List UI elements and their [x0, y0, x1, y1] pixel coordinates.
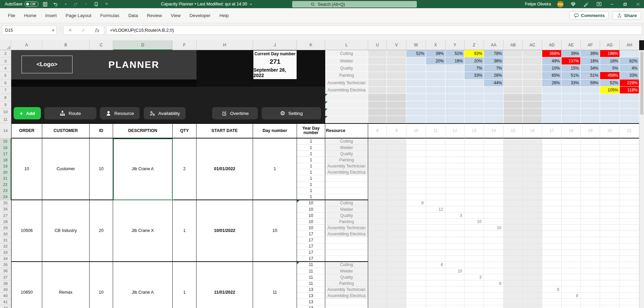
row-header-9[interactable]: 9: [0, 101, 11, 108]
undo-dropdown-icon[interactable]: [62, 1, 69, 8]
resource-cell[interactable]: Cutting: [325, 200, 368, 206]
load-cell[interactable]: [368, 231, 387, 237]
load-cell[interactable]: [523, 268, 542, 274]
load-cell[interactable]: [600, 138, 620, 145]
capacity-cell[interactable]: 7%: [465, 65, 484, 72]
row-header-10[interactable]: 10: [0, 108, 11, 116]
load-cell[interactable]: [484, 244, 504, 250]
load-cell[interactable]: [484, 299, 504, 305]
capacity-cell[interactable]: [620, 101, 639, 108]
tab-formulas[interactable]: Formulas: [96, 11, 123, 20]
capacity-cell[interactable]: 7%: [484, 65, 504, 72]
row-header-15[interactable]: 15: [0, 138, 11, 145]
avatar[interactable]: FO: [557, 1, 564, 8]
load-cell[interactable]: [523, 256, 542, 262]
load-cell[interactable]: [504, 175, 523, 181]
column-header-V[interactable]: V: [387, 40, 406, 50]
load-cell[interactable]: [581, 151, 600, 157]
resource-cell-flagged[interactable]: [325, 101, 368, 108]
year-day-cell[interactable]: 1: [297, 175, 325, 181]
load-cell[interactable]: [542, 250, 562, 256]
tab-file[interactable]: File: [4, 11, 19, 20]
column-header-C[interactable]: C: [90, 40, 113, 50]
capacity-cell[interactable]: 51%: [581, 72, 600, 79]
row-header-11[interactable]: 11: [0, 116, 11, 123]
load-cell[interactable]: [523, 157, 542, 163]
capacity-cell[interactable]: [542, 94, 562, 101]
column-header-H[interactable]: H: [197, 40, 253, 50]
load-cell[interactable]: [523, 305, 542, 308]
load-cell[interactable]: [368, 206, 387, 212]
year-day-cell[interactable]: 17: [297, 244, 325, 250]
row-header-5[interactable]: 5: [0, 72, 11, 79]
load-cell[interactable]: [445, 305, 465, 308]
load-cell[interactable]: [600, 145, 620, 151]
load-cell[interactable]: [406, 231, 426, 237]
load-cell[interactable]: [368, 244, 387, 250]
row-header-14[interactable]: 14: [0, 123, 11, 138]
tab-view[interactable]: View: [167, 11, 184, 20]
resource-cell[interactable]: [325, 237, 368, 243]
load-cell[interactable]: [542, 145, 562, 151]
user-name[interactable]: Felipe Oliveira: [525, 2, 551, 6]
load-cell[interactable]: [523, 188, 542, 194]
capacity-cell[interactable]: [542, 116, 562, 123]
row-header-36[interactable]: 36: [0, 268, 11, 274]
load-cell[interactable]: [581, 268, 600, 274]
row-header-35[interactable]: 35: [0, 262, 11, 268]
load-cell[interactable]: [523, 225, 542, 231]
load-cell[interactable]: [368, 305, 387, 308]
load-cell[interactable]: [406, 182, 426, 188]
capacity-cell[interactable]: 105%: [600, 87, 620, 94]
load-cell[interactable]: [504, 244, 523, 250]
name-box[interactable]: D15 ▾: [2, 26, 57, 35]
resource-cell-flagged[interactable]: [325, 116, 368, 123]
load-cell[interactable]: [562, 244, 581, 250]
year-day-cell[interactable]: 11: [297, 268, 325, 274]
load-cell[interactable]: [484, 274, 504, 280]
load-cell[interactable]: [562, 206, 581, 212]
load-cell[interactable]: [406, 151, 426, 157]
load-cell[interactable]: [523, 182, 542, 188]
load-cell[interactable]: [387, 182, 406, 188]
row-header-6[interactable]: 6: [0, 79, 11, 87]
load-cell[interactable]: [562, 151, 581, 157]
capacity-cell[interactable]: [600, 108, 620, 116]
load-cell[interactable]: [523, 206, 542, 212]
load-cell[interactable]: [581, 299, 600, 305]
capacity-cell[interactable]: 229%: [620, 79, 639, 87]
column-header-AH[interactable]: AH: [620, 40, 639, 50]
row-header-41[interactable]: 41: [0, 299, 11, 305]
load-cell[interactable]: 8: [542, 287, 562, 293]
capacity-cell[interactable]: [504, 79, 523, 87]
capacity-cell[interactable]: 20%: [426, 57, 445, 64]
resource-cell[interactable]: Cutting: [325, 262, 368, 268]
load-cell[interactable]: [406, 169, 426, 175]
load-cell[interactable]: [542, 219, 562, 225]
capacity-cell[interactable]: [600, 94, 620, 101]
row-header-3[interactable]: 3: [0, 57, 11, 64]
load-cell[interactable]: [426, 138, 445, 145]
load-cell[interactable]: [445, 299, 465, 305]
load-cell[interactable]: [387, 194, 406, 200]
capacity-cell[interactable]: [445, 94, 465, 101]
capacity-cell[interactable]: [581, 101, 600, 108]
load-cell[interactable]: [562, 305, 581, 308]
load-cell[interactable]: [465, 250, 484, 256]
capacity-cell[interactable]: 92%: [465, 50, 484, 57]
load-cell[interactable]: [368, 268, 387, 274]
capacity-cell[interactable]: [445, 108, 465, 116]
capacity-cell[interactable]: [465, 87, 484, 94]
load-cell[interactable]: [465, 231, 484, 237]
load-cell[interactable]: [465, 206, 484, 212]
load-cell[interactable]: [406, 268, 426, 274]
resource-label[interactable]: Quality: [325, 65, 368, 72]
load-cell[interactable]: [504, 145, 523, 151]
minimize-button[interactable]: [609, 1, 615, 8]
capacity-cell[interactable]: [581, 116, 600, 123]
load-cell[interactable]: [465, 262, 484, 268]
capacity-cell[interactable]: 33%: [465, 72, 484, 79]
load-cell[interactable]: [504, 206, 523, 212]
resource-cell[interactable]: Welder: [325, 206, 368, 212]
scrollbar-thumb[interactable]: [640, 52, 643, 115]
